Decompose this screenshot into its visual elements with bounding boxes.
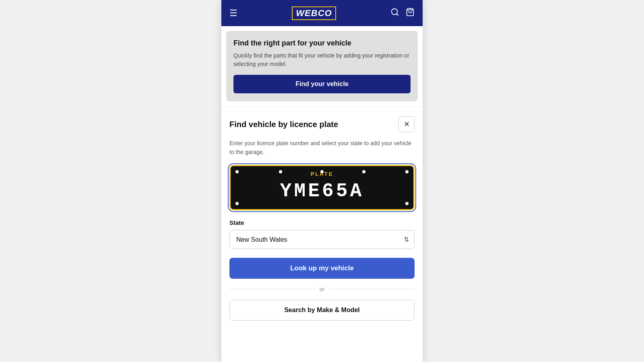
page-wrapper: ☰ WEBCO bbox=[0, 0, 644, 362]
find-vehicle-button[interactable]: Find your vehicle bbox=[233, 75, 411, 93]
state-select-wrapper: New South Wales Victoria Queensland West… bbox=[229, 230, 415, 249]
promo-banner: Find the right part for your vehicle Qui… bbox=[226, 31, 418, 101]
or-text: or bbox=[320, 286, 324, 292]
divider-line-right bbox=[329, 289, 415, 289]
bolt-top-right bbox=[405, 170, 409, 173]
logo-text-2: BCO bbox=[311, 8, 332, 18]
promo-description: Quickly find the parts that fit your veh… bbox=[233, 51, 411, 68]
bolt-bottom-right bbox=[405, 202, 409, 205]
search-icon[interactable] bbox=[390, 8, 399, 19]
modal-title: Find vehicle by licence plate bbox=[229, 120, 338, 129]
svg-line-1 bbox=[396, 14, 398, 15]
menu-icon[interactable]: ☰ bbox=[229, 8, 237, 19]
lookup-button[interactable]: Look up my vehicle bbox=[229, 258, 415, 279]
promo-title: Find the right part for your vehicle bbox=[233, 39, 411, 47]
state-select[interactable]: New South Wales Victoria Queensland West… bbox=[229, 230, 415, 249]
mobile-frame: ☰ WEBCO bbox=[221, 0, 423, 362]
modal-overlay: Find vehicle by licence plate ✕ Enter yo… bbox=[221, 106, 423, 333]
bolt-bottom-left bbox=[235, 202, 239, 205]
plate-label: PLATE bbox=[239, 171, 405, 177]
bolt-top-left bbox=[235, 170, 239, 173]
header-icons bbox=[390, 8, 415, 19]
close-button[interactable]: ✕ bbox=[398, 116, 415, 132]
logo: WEBCO bbox=[292, 6, 336, 20]
modal-description: Enter your licence plate number and sele… bbox=[229, 139, 415, 157]
license-plate: PLATE YME65A bbox=[229, 165, 415, 210]
header: ☰ WEBCO bbox=[221, 0, 423, 26]
plate-number[interactable]: YME65A bbox=[239, 180, 405, 202]
or-divider: or bbox=[229, 286, 415, 292]
make-model-button[interactable]: Search by Make & Model bbox=[229, 300, 415, 321]
divider-line-left bbox=[229, 289, 315, 289]
modal-header: Find vehicle by licence plate ✕ bbox=[229, 116, 415, 132]
state-label: State bbox=[229, 219, 415, 226]
cart-icon[interactable] bbox=[406, 8, 415, 19]
logo-text-1: WE bbox=[296, 8, 311, 18]
